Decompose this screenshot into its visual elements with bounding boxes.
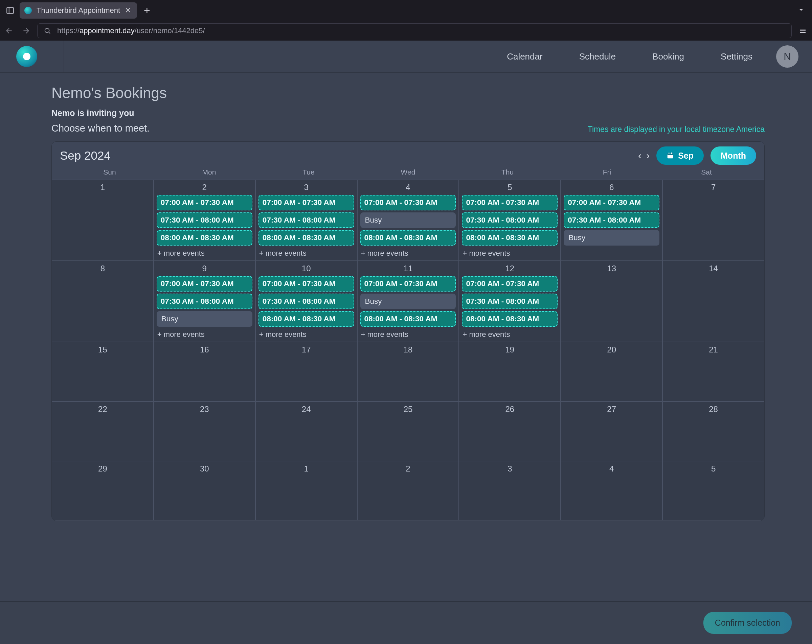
month-label: Sep 2024 <box>60 149 111 162</box>
calendar-cell[interactable]: 27 <box>561 401 662 461</box>
calendar-cell[interactable]: 7 <box>662 180 764 261</box>
calendar-cell[interactable]: 25 <box>357 401 459 461</box>
more-events-link[interactable]: + more events <box>157 247 252 258</box>
day-number: 3 <box>462 464 557 473</box>
calendar-cell[interactable]: 30 <box>154 461 255 520</box>
time-slot[interactable]: 07:00 AM - 07:30 AM <box>157 195 252 211</box>
calendar-cell[interactable]: 20 <box>561 342 662 401</box>
time-slot[interactable]: 08:00 AM - 08:30 AM <box>258 230 354 246</box>
day-number: 24 <box>258 404 354 414</box>
day-number: 20 <box>564 345 659 354</box>
time-slot[interactable]: 07:30 AM - 08:00 AM <box>564 212 659 228</box>
month-selector-pill[interactable]: Sep <box>656 147 704 165</box>
calendar-cell[interactable]: 17 <box>255 342 357 401</box>
time-slot[interactable]: 07:30 AM - 08:00 AM <box>462 212 557 228</box>
day-number: 1 <box>55 183 151 192</box>
calendar-cell[interactable]: 15 <box>52 342 154 401</box>
time-slot[interactable]: 07:00 AM - 07:30 AM <box>157 276 252 291</box>
calendar-cell[interactable]: 607:00 AM - 07:30 AM07:30 AM - 08:00 AMB… <box>561 180 662 261</box>
time-slot[interactable]: 07:30 AM - 08:00 AM <box>157 294 252 309</box>
time-slot[interactable]: 07:30 AM - 08:00 AM <box>258 212 354 228</box>
calendar-cell[interactable]: 22 <box>52 401 154 461</box>
calendar-cell[interactable]: 13 <box>561 261 662 342</box>
time-slot[interactable]: 07:00 AM - 07:30 AM <box>462 195 557 211</box>
browser-tab[interactable]: Thunderbird Appointment ✕ <box>20 2 137 18</box>
day-number: 23 <box>157 404 252 414</box>
time-slot[interactable]: 07:00 AM - 07:30 AM <box>360 276 456 291</box>
time-slot[interactable]: 08:00 AM - 08:30 AM <box>462 230 557 246</box>
calendar-cell[interactable]: 1207:00 AM - 07:30 AM07:30 AM - 08:00 AM… <box>459 261 561 342</box>
content: Nemo's Bookings Nemo is inviting you Cho… <box>0 73 812 521</box>
time-slot[interactable]: 07:00 AM - 07:30 AM <box>564 195 659 211</box>
next-month-icon[interactable]: › <box>646 150 650 161</box>
back-icon[interactable] <box>3 25 15 37</box>
calendar-cell[interactable]: 14 <box>662 261 764 342</box>
svg-line-3 <box>49 32 50 34</box>
more-events-link[interactable]: + more events <box>258 247 354 258</box>
view-toggle-pill[interactable]: Month <box>710 147 756 165</box>
calendar-cell[interactable]: 29 <box>52 461 154 520</box>
url-scheme: https:// <box>57 26 79 35</box>
day-number: 1 <box>258 464 354 473</box>
calendar-cell[interactable]: 1107:00 AM - 07:30 AMBusy08:00 AM - 08:3… <box>357 261 459 342</box>
calendar-cell[interactable]: 907:00 AM - 07:30 AM07:30 AM - 08:00 AMB… <box>154 261 255 342</box>
app-logo-icon[interactable] <box>16 46 37 67</box>
dow-label: Sun <box>60 167 159 180</box>
calendar-cell[interactable]: 18 <box>357 342 459 401</box>
prev-month-icon[interactable]: ‹ <box>638 150 641 161</box>
time-slot[interactable]: 08:00 AM - 08:30 AM <box>360 230 456 246</box>
more-events-link[interactable]: + more events <box>462 247 557 258</box>
forward-icon[interactable] <box>20 25 32 37</box>
calendar-cell[interactable]: 23 <box>154 401 255 461</box>
time-slot[interactable]: 08:00 AM - 08:30 AM <box>157 230 252 246</box>
calendar-cell[interactable]: 8 <box>52 261 154 342</box>
time-slot[interactable]: 07:00 AM - 07:30 AM <box>462 276 557 291</box>
time-slot[interactable]: 07:00 AM - 07:30 AM <box>360 195 456 211</box>
sidebar-toggle-icon[interactable] <box>4 5 16 17</box>
nav-schedule[interactable]: Schedule <box>579 52 616 62</box>
more-events-link[interactable]: + more events <box>360 247 456 258</box>
calendar-cell[interactable]: 24 <box>255 401 357 461</box>
calendar-icon <box>667 152 674 159</box>
time-slot[interactable]: 07:30 AM - 08:00 AM <box>258 294 354 309</box>
calendar-cell[interactable]: 307:00 AM - 07:30 AM07:30 AM - 08:00 AM0… <box>255 180 357 261</box>
calendar-cell[interactable]: 4 <box>561 461 662 520</box>
time-slot[interactable]: 07:00 AM - 07:30 AM <box>258 276 354 291</box>
avatar[interactable]: N <box>776 45 798 68</box>
more-events-link[interactable]: + more events <box>157 329 252 340</box>
calendar-cell[interactable]: 21 <box>662 342 764 401</box>
new-tab-icon[interactable]: + <box>140 5 154 17</box>
footer-bar: Confirm selection <box>0 601 812 644</box>
time-slot[interactable]: 07:30 AM - 08:00 AM <box>157 212 252 228</box>
calendar-cell[interactable]: 207:00 AM - 07:30 AM07:30 AM - 08:00 AM0… <box>154 180 255 261</box>
calendar-cell[interactable]: 507:00 AM - 07:30 AM07:30 AM - 08:00 AM0… <box>459 180 561 261</box>
time-slot[interactable]: 08:00 AM - 08:30 AM <box>360 311 456 327</box>
tab-list-dropdown-icon[interactable] <box>797 6 812 15</box>
nav-booking[interactable]: Booking <box>652 52 684 62</box>
confirm-selection-button[interactable]: Confirm selection <box>704 612 792 634</box>
url-bar[interactable]: https://appointment.day/user/nemo/1442de… <box>37 23 792 38</box>
calendar-cell[interactable]: 5 <box>662 461 764 520</box>
calendar-cell[interactable]: 407:00 AM - 07:30 AMBusy08:00 AM - 08:30… <box>357 180 459 261</box>
day-number: 3 <box>258 183 354 192</box>
calendar-cell[interactable]: 1 <box>255 461 357 520</box>
calendar-cell[interactable]: 2 <box>357 461 459 520</box>
calendar-cell[interactable]: 1 <box>52 180 154 261</box>
more-events-link[interactable]: + more events <box>360 329 456 340</box>
more-events-link[interactable]: + more events <box>462 329 557 340</box>
time-slot[interactable]: 07:30 AM - 08:00 AM <box>462 294 557 309</box>
hamburger-menu-icon[interactable] <box>797 27 809 35</box>
calendar-cell[interactable]: 16 <box>154 342 255 401</box>
calendar-cell[interactable]: 26 <box>459 401 561 461</box>
tab-close-icon[interactable]: ✕ <box>125 6 131 15</box>
time-slot[interactable]: 08:00 AM - 08:30 AM <box>258 311 354 327</box>
calendar-cell[interactable]: 28 <box>662 401 764 461</box>
nav-calendar[interactable]: Calendar <box>507 52 543 62</box>
more-events-link[interactable]: + more events <box>258 329 354 340</box>
time-slot[interactable]: 07:00 AM - 07:30 AM <box>258 195 354 211</box>
nav-settings[interactable]: Settings <box>720 52 752 62</box>
time-slot[interactable]: 08:00 AM - 08:30 AM <box>462 311 557 327</box>
calendar-cell[interactable]: 19 <box>459 342 561 401</box>
calendar-cell[interactable]: 3 <box>459 461 561 520</box>
calendar-cell[interactable]: 1007:00 AM - 07:30 AM07:30 AM - 08:00 AM… <box>255 261 357 342</box>
